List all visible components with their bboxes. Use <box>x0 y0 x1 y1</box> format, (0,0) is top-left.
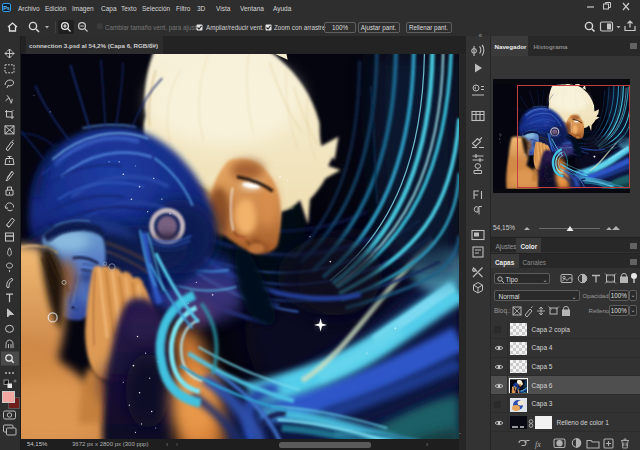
svg-text:fx: fx <box>535 439 541 448</box>
